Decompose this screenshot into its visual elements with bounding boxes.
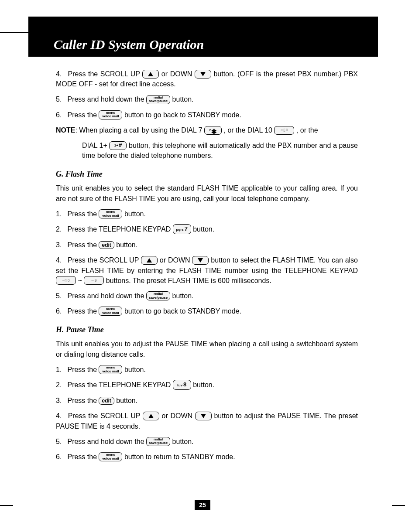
step-number: 4. xyxy=(56,69,65,79)
triangle-up-icon xyxy=(147,258,152,263)
text: Press and hold down the xyxy=(67,292,146,300)
note-line-1: NOTE: When placing a call by using the D… xyxy=(56,125,358,135)
text: or DOWN xyxy=(160,256,192,264)
scroll-down-button xyxy=(195,412,212,420)
step-number: 6. xyxy=(56,452,65,462)
g-step-1: 1. Press the menu voice mail button. xyxy=(56,209,358,219)
label-bot: save/pause xyxy=(149,296,168,300)
step-number: 5. xyxy=(56,437,65,447)
scroll-down-button xyxy=(195,70,211,78)
edit-button: edit xyxy=(99,241,114,249)
h-step-2: 2. Press the TELEPHONE KEYPAD tuv 8 butt… xyxy=(56,380,358,390)
text: button. xyxy=(124,366,146,373)
page-number: 25 xyxy=(195,500,210,510)
text: button to return to STANDBY mode. xyxy=(124,453,235,460)
section-h-heading: H. Pause Time xyxy=(56,324,358,335)
text: or DOWN xyxy=(161,70,195,78)
label-bot: voice mail xyxy=(102,370,119,373)
h-step-4: 4. Press the SCROLL UP or DOWN button to… xyxy=(56,411,358,431)
text: DIAL 1+ xyxy=(82,142,109,149)
crop-mark-bottom-left xyxy=(0,505,13,506)
g-step-6: 6. Press the menu voice mail button to g… xyxy=(56,306,358,316)
keypad-7-button: pqrs 7 xyxy=(173,224,191,234)
text: Press the SCROLL UP xyxy=(68,412,143,419)
triangle-up-icon xyxy=(148,414,154,418)
step-number: 5. xyxy=(56,94,65,104)
step-number: 3. xyxy=(56,240,65,250)
h-step-3: 3. Press the edit button. xyxy=(56,396,358,406)
label-bot: voice mail xyxy=(102,457,119,460)
label-sub: 7 xyxy=(209,128,211,133)
text: or DOWN xyxy=(162,412,195,419)
step-number: 6. xyxy=(56,306,65,316)
note-line-2: DIAL 1+ 1+ # button, this telephone will… xyxy=(82,140,358,160)
menu-voicemail-button: menu voice mail xyxy=(99,307,122,316)
text: button to go back to STANDBY mode. xyxy=(124,307,241,315)
step-4-top: 4. Press the SCROLL UP or DOWN button. (… xyxy=(56,69,358,89)
text: button. xyxy=(172,95,194,103)
page-title: Caller ID System Operation xyxy=(28,32,378,57)
text: , or the xyxy=(296,126,318,134)
text: , or the DIAL 10 xyxy=(223,126,274,134)
scroll-up-button xyxy=(143,412,159,420)
label-num: 8 xyxy=(183,381,186,389)
text: Press the xyxy=(67,453,99,460)
menu-voicemail-button: menu voice mail xyxy=(99,110,122,119)
text: button. xyxy=(116,241,137,249)
text: ~ xyxy=(78,277,84,284)
label-bot: voice mail xyxy=(102,214,119,218)
text: Press the TELEPHONE KEYPAD xyxy=(67,225,172,233)
menu-voicemail-button: menu voice mail xyxy=(99,452,122,461)
keypad-8-button: tuv 8 xyxy=(173,380,191,390)
label-bot: voice mail xyxy=(102,115,119,118)
g-step-2: 2. Press the TELEPHONE KEYPAD pqrs 7 but… xyxy=(56,224,358,235)
step-5-top: 5. Press and hold down the redial save/p… xyxy=(56,94,358,104)
text: Press the xyxy=(67,241,99,249)
scroll-up-button xyxy=(141,256,158,265)
page-content: 4. Press the SCROLL UP or DOWN button. (… xyxy=(56,69,358,467)
text: buttons. The preset FLASH TIME is 600 mi… xyxy=(106,277,271,284)
dial-7-star-button: 7 ✱ xyxy=(204,126,222,135)
label-sub: tuv xyxy=(177,383,182,388)
text: Press and hold down the xyxy=(67,95,146,103)
triangle-down-icon xyxy=(198,258,203,263)
step-number: 4. xyxy=(56,255,65,265)
text: button. xyxy=(116,397,137,404)
header-black-bar xyxy=(28,17,378,32)
text: : When placing a call by using the DIAL … xyxy=(75,126,204,134)
g-step-5: 5. Press and hold down the redial save/p… xyxy=(56,291,358,301)
label-bot: save/pause xyxy=(149,441,168,445)
crop-mark-bottom-right xyxy=(392,505,405,506)
h-step-6: 6. Press the menu voice mail button to r… xyxy=(56,452,358,462)
text: Press the xyxy=(67,307,99,315)
redial-save-pause-button: redial save/pause xyxy=(146,291,170,300)
section-g-heading: G. Flash Time xyxy=(56,168,358,180)
text: Press the xyxy=(67,366,99,373)
section-g-intro: This unit enables you to select the stan… xyxy=(56,183,358,203)
step-number: 5. xyxy=(56,291,65,301)
step-number: 1. xyxy=(56,209,65,219)
g-step-4: 4. Press the SCROLL UP or DOWN button to… xyxy=(56,255,358,286)
text: button to go back to STANDBY mode. xyxy=(124,111,241,119)
text: Press the TELEPHONE KEYPAD xyxy=(67,381,172,389)
triangle-down-icon xyxy=(200,72,206,76)
text: Press the xyxy=(67,210,99,218)
h-step-5: 5. Press and hold down the redial save/p… xyxy=(56,437,358,447)
text: button. xyxy=(193,225,214,233)
label-sub: 1+ xyxy=(114,143,118,148)
redial-save-pause-button: redial save/pause xyxy=(146,95,170,104)
text: Press the xyxy=(67,397,99,404)
keypad-9-button: ▫▫ 9 xyxy=(84,276,104,285)
scroll-down-button xyxy=(192,256,209,265)
note-label: NOTE xyxy=(56,126,75,134)
menu-voicemail-button: menu voice mail xyxy=(99,209,122,218)
text: Press the xyxy=(67,111,99,119)
menu-voicemail-button: menu voice mail xyxy=(99,365,122,374)
text: Press and hold down the xyxy=(67,438,146,445)
step-number: 1. xyxy=(56,365,65,375)
dial-1plus-hash-button: 1+ # xyxy=(109,141,127,150)
scroll-up-button xyxy=(142,70,159,78)
label-bot: save/pause xyxy=(149,99,168,103)
crop-mark-left xyxy=(0,32,28,33)
step-number: 2. xyxy=(56,224,65,234)
